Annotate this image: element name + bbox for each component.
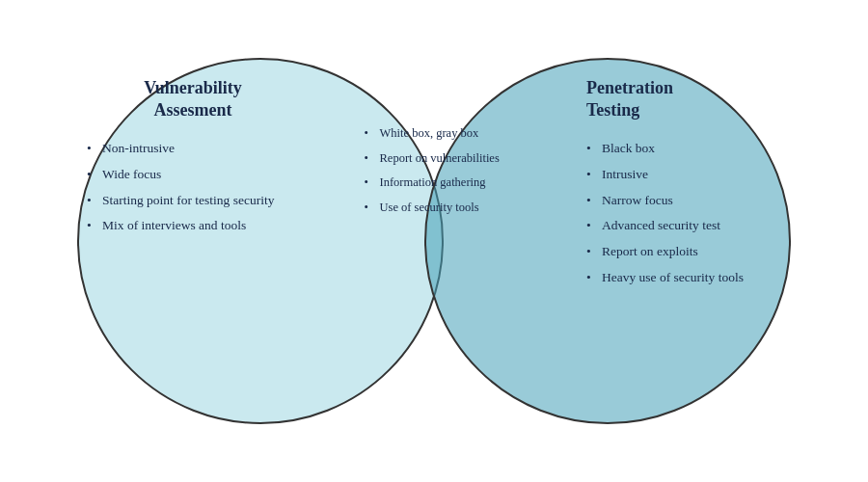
list-item: Narrow focus — [586, 192, 779, 210]
center-list: White box, gray box Report on vulnerabil… — [365, 125, 504, 216]
list-item: Use of security tools — [365, 200, 504, 217]
list-item: Mix of interviews and tools — [87, 217, 299, 235]
center-content: White box, gray box Report on vulnerabil… — [365, 125, 504, 224]
list-item: Heavy use of security tools — [586, 269, 779, 287]
list-item: Report on exploits — [586, 243, 779, 261]
venn-diagram: VulnerabilityAssesment Non-intrusive Wid… — [19, 19, 849, 463]
list-item: Intrusive — [586, 166, 779, 184]
list-item: Advanced security test — [586, 217, 779, 235]
left-title: VulnerabilityAssesment — [87, 77, 299, 122]
list-item: Non-intrusive — [87, 140, 299, 158]
left-content: VulnerabilityAssesment Non-intrusive Wid… — [87, 77, 299, 243]
right-list: Black box Intrusive Narrow focus Advance… — [586, 140, 779, 287]
list-item: White box, gray box — [365, 125, 504, 143]
list-item: Wide focus — [87, 166, 299, 184]
right-content: PenetrationTesting Black box Intrusive N… — [586, 77, 779, 295]
right-title: PenetrationTesting — [586, 77, 779, 122]
list-item: Information gathering — [365, 174, 504, 192]
venn-wrapper: VulnerabilityAssesment Non-intrusive Wid… — [48, 39, 820, 443]
list-item: Report on vulnerabilities — [365, 150, 504, 168]
list-item: Starting point for testing security — [87, 192, 299, 210]
list-item: Black box — [586, 140, 779, 158]
left-list: Non-intrusive Wide focus Starting point … — [87, 140, 299, 236]
